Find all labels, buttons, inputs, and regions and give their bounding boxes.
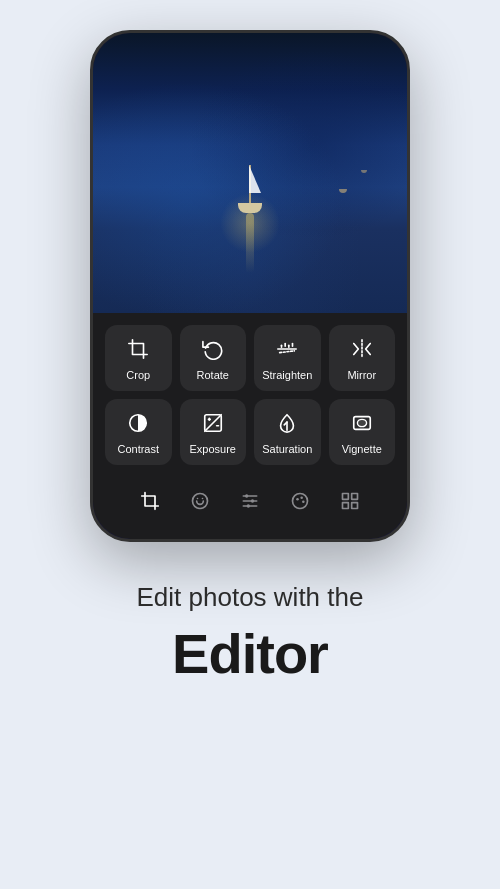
tool-straighten[interactable]: Straighten: [254, 325, 321, 391]
saturation-icon: [273, 409, 301, 437]
bottom-nav: [105, 473, 395, 527]
svg-point-22: [245, 494, 248, 497]
tools-grid-row1: Crop Rotate: [105, 325, 395, 391]
svg-point-25: [293, 494, 308, 509]
tool-exposure[interactable]: Exposure: [180, 399, 247, 465]
tools-grid-row2: Contrast Exposure: [105, 399, 395, 465]
svg-point-27: [300, 496, 303, 499]
straighten-icon: [273, 335, 301, 363]
main-title: Editor: [137, 621, 364, 686]
svg-point-28: [302, 501, 305, 504]
tool-mirror[interactable]: Mirror: [329, 325, 396, 391]
contrast-label: Contrast: [117, 443, 159, 455]
nav-grid[interactable]: [332, 483, 368, 519]
svg-rect-30: [352, 494, 358, 500]
nav-adjust[interactable]: [232, 483, 268, 519]
contrast-icon: [124, 409, 152, 437]
crop-icon: [124, 335, 152, 363]
mirror-label: Mirror: [347, 369, 376, 381]
nav-crop[interactable]: [132, 483, 168, 519]
svg-point-16: [193, 494, 208, 509]
tool-crop[interactable]: Crop: [105, 325, 172, 391]
saturation-label: Saturation: [262, 443, 312, 455]
text-section: Edit photos with the Editor: [117, 582, 384, 686]
tool-vignette[interactable]: Vignette: [329, 399, 396, 465]
svg-rect-32: [352, 503, 358, 509]
controls-panel: Crop Rotate: [93, 313, 407, 539]
svg-point-23: [251, 499, 254, 502]
phone-screen: Crop Rotate: [93, 33, 407, 539]
photo-area: [93, 33, 407, 313]
exposure-label: Exposure: [190, 443, 236, 455]
nav-palette[interactable]: [282, 483, 318, 519]
rotate-icon: [199, 335, 227, 363]
vignette-icon: [348, 409, 376, 437]
vignette-label: Vignette: [342, 443, 382, 455]
mirror-icon: [348, 335, 376, 363]
straighten-label: Straighten: [262, 369, 312, 381]
svg-point-15: [357, 419, 366, 426]
crop-label: Crop: [126, 369, 150, 381]
phone-mockup: Crop Rotate: [90, 30, 410, 542]
tool-rotate[interactable]: Rotate: [180, 325, 247, 391]
boat-illustration: [235, 163, 265, 213]
tool-saturation[interactable]: Saturation: [254, 399, 321, 465]
svg-point-26: [296, 498, 299, 501]
rotate-label: Rotate: [197, 369, 229, 381]
subtitle-text: Edit photos with the: [137, 582, 364, 613]
nav-mask[interactable]: [182, 483, 218, 519]
svg-point-24: [247, 504, 250, 507]
svg-rect-29: [343, 494, 349, 500]
exposure-icon: [199, 409, 227, 437]
svg-rect-31: [343, 503, 349, 509]
svg-line-8: [205, 415, 222, 432]
tool-contrast[interactable]: Contrast: [105, 399, 172, 465]
